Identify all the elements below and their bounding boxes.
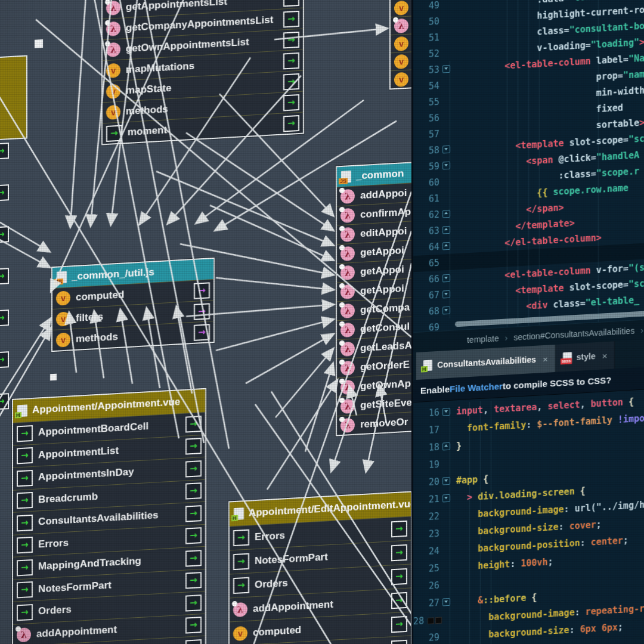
fold-marker[interactable]: [442, 290, 450, 299]
lambda-action-icon: λ: [17, 627, 31, 642]
clipped-import-arrow-icon: →: [0, 184, 9, 202]
diagram-node-topright[interactable]: vλvvv: [389, 0, 411, 89]
vue-file-icon: H: [234, 507, 244, 520]
vue-property-icon: v: [233, 626, 247, 640]
lambda-action-icon: λ: [340, 303, 355, 318]
fold-marker[interactable]: [442, 494, 450, 503]
breadcrumb-item[interactable]: section#ConsultantsAvailabilities: [513, 326, 634, 342]
fold-marker[interactable]: [442, 306, 450, 315]
diagram-row[interactable]: λremoveOr: [337, 411, 411, 435]
fold-marker[interactable]: [442, 65, 450, 73]
import-arrow-icon: →: [185, 460, 202, 478]
diagram-row[interactable]: v: [391, 0, 411, 17]
import-arrow-icon: →: [17, 425, 33, 442]
fold-marker[interactable]: [442, 408, 450, 416]
lambda-action-icon: λ: [106, 1, 120, 16]
diagram-handle[interactable]: [50, 374, 57, 381]
import-arrow-icon: →: [185, 438, 202, 455]
row-label: removeOr: [360, 415, 411, 430]
import-arrow-icon: →: [391, 640, 407, 644]
vue-property-icon: v: [106, 84, 120, 99]
lambda-action-icon: λ: [106, 42, 120, 57]
vue-property-icon: v: [394, 36, 408, 51]
indent-guide: [539, 0, 540, 325]
line-number: 60: [413, 177, 439, 188]
row-label: getOrderE: [360, 358, 411, 373]
diagram-row[interactable]: v: [391, 33, 411, 53]
line-number: 55: [413, 96, 439, 108]
diagram-node-edit[interactable]: HAppointment/EditAppointment.vue→Errors→…: [228, 491, 411, 644]
diagram-row[interactable]: λ: [391, 16, 411, 35]
vue-property-icon: v: [394, 0, 408, 15]
tab-label: ConsultantsAvailabilities: [437, 355, 536, 370]
clipped-import-arrow-icon: →: [0, 393, 9, 410]
fold-marker[interactable]: [442, 226, 450, 234]
line-number: 64: [413, 241, 439, 253]
lambda-action-icon: λ: [340, 227, 355, 242]
diagram-node-appointment[interactable]: HAppointment/Appointment.vue→Appointment…: [12, 388, 206, 644]
row-label: getSiteEve: [360, 396, 411, 411]
diagram-node-common[interactable]: JS_commonλaddAppoiλconfirmApλeditAppoiλg…: [336, 161, 411, 436]
line-number: 66: [413, 273, 439, 285]
row-label: getConsul: [360, 320, 411, 335]
line-number: 18: [413, 441, 439, 453]
import-arrow-icon: →: [185, 482, 202, 500]
row-label: Orders: [38, 597, 180, 617]
line-number: 28: [413, 614, 439, 626]
diagram-node-imports[interactable]: →→λgetAppointmentsList→λgetCompanyAppoin…: [101, 0, 304, 145]
vue-property-icon: v: [56, 311, 70, 326]
diagram-handle[interactable]: [35, 39, 43, 48]
diagram-row[interactable]: v: [391, 69, 411, 89]
breadcrumb-item[interactable]: template: [467, 333, 499, 345]
export-arrow-icon: →: [194, 303, 210, 320]
fold-marker[interactable]: [442, 598, 450, 606]
notification-text: Enable: [420, 384, 450, 396]
line-number: 27: [413, 597, 439, 609]
file-watcher-link[interactable]: File Watcher: [450, 381, 503, 394]
import-arrow-icon: →: [391, 616, 407, 633]
import-arrow-icon: →: [391, 544, 407, 562]
lambda-action-icon: λ: [340, 188, 355, 203]
vue-file-icon: H: [17, 404, 27, 417]
vue-property-icon: v: [394, 54, 408, 69]
tab-style[interactable]: sassstyle×: [556, 341, 615, 372]
line-number: 19: [413, 459, 439, 470]
diagram-row[interactable]: v: [391, 51, 411, 71]
fold-marker[interactable]: [442, 274, 450, 283]
vue-property-icon: v: [394, 72, 408, 86]
import-arrow-icon: →: [17, 470, 33, 487]
row-label: editAppoi: [360, 224, 411, 239]
node-title-label: _common_/util.js: [72, 267, 154, 283]
diagram-panel[interactable]: →→λgetAppointmentsList→λgetCompanyAppoin…: [0, 0, 411, 644]
clipped-import-arrow-icon: →: [0, 309, 9, 327]
row-label: Errors: [38, 531, 180, 550]
vue-property-icon: v: [56, 332, 70, 347]
diagram-node-util[interactable]: JS_common_/util.jsvcomputed→vfilters→vme…: [51, 258, 215, 352]
import-arrow-icon: →: [17, 447, 33, 465]
line-number: 22: [413, 510, 439, 522]
close-icon[interactable]: ×: [543, 354, 548, 364]
tab-label: style: [577, 351, 596, 362]
import-arrow-icon: →: [17, 604, 33, 621]
line-number: 25: [413, 562, 439, 574]
row-label: MappingAndTracking: [38, 553, 180, 572]
line-number: 62: [413, 209, 439, 221]
fold-marker[interactable]: [442, 442, 450, 451]
fold-marker[interactable]: [442, 477, 450, 485]
indent-guide: [491, 401, 491, 644]
lambda-action-icon: λ: [340, 417, 355, 432]
fold-marker[interactable]: [442, 210, 450, 218]
line-number: 57: [413, 128, 439, 140]
diagram-canvas[interactable]: →→λgetAppointmentsList→λgetCompanyAppoin…: [0, 0, 411, 644]
close-icon[interactable]: ×: [602, 351, 608, 361]
lambda-action-icon: λ: [340, 265, 355, 280]
fold-marker[interactable]: [442, 162, 450, 170]
line-number: 65: [413, 257, 439, 269]
fold-marker[interactable]: [442, 242, 450, 250]
line-number: 67: [413, 289, 439, 301]
js-file-icon: JS: [341, 171, 351, 183]
fold-marker[interactable]: [442, 145, 450, 154]
color-preview-chips[interactable]: [426, 614, 442, 626]
editor-panel[interactable]: 49 :data="consultants"50 highlight-curre…: [411, 0, 644, 644]
row-label: getAppoi: [360, 262, 411, 277]
